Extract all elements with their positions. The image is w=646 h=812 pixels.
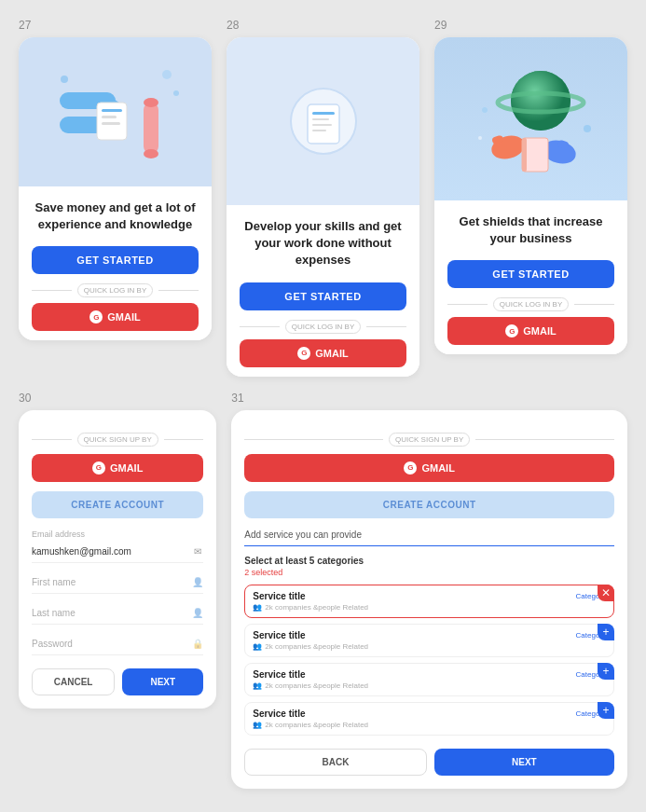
email-value[interactable]: kamushken@gmail.com — [32, 546, 131, 557]
card-28-gmail-btn[interactable]: G GMAIL — [240, 339, 406, 367]
card-31-gmail-btn[interactable]: G GMAIL — [244, 454, 614, 482]
card-29-container: 29 — [434, 19, 627, 377]
card-30-gmail-btn[interactable]: G GMAIL — [32, 454, 203, 482]
svg-rect-27 — [522, 138, 527, 172]
lastname-input-row: Last name 👤 — [32, 603, 203, 625]
svg-point-5 — [144, 149, 158, 158]
card-27-title: Save money and get a lot of experience a… — [32, 200, 199, 233]
svg-rect-6 — [97, 103, 127, 140]
service-meta-3: 👥 2k companies &people Related — [253, 721, 606, 729]
card-30-quick-signup: QUICK SIGN UP BY — [77, 433, 158, 447]
lock-icon: 🔒 — [192, 639, 203, 650]
svg-rect-17 — [312, 124, 332, 126]
email-group: Email address kamushken@gmail.com ✉ — [32, 530, 203, 563]
card-29-illustration — [457, 54, 606, 185]
service-btn-row: BACK NEXT — [244, 749, 614, 776]
select-label: Select at least 5 categories — [244, 556, 614, 566]
email-input-row: kamushken@gmail.com ✉ — [32, 542, 203, 563]
card-27-quick-log: QUICK LOG IN BY — [77, 283, 154, 297]
svg-rect-16 — [312, 118, 329, 120]
card-27-gmail-btn[interactable]: G GMAIL — [32, 303, 199, 331]
service-title-1: Service title — [253, 630, 305, 640]
card-27-get-started-btn[interactable]: GET STARTED — [32, 246, 199, 274]
svg-point-4 — [144, 98, 158, 107]
card-31: QUICK SIGN UP BY G GMAIL CREATE ACCOUNT … — [231, 410, 627, 789]
card-30-num: 30 — [19, 392, 216, 405]
form-btn-row: CANCEL NEXT — [32, 668, 203, 695]
card-31-container: 31 QUICK SIGN UP BY G GMAIL CREATE ACCOU… — [231, 392, 627, 789]
card-27: Save money and get a lot of experience a… — [19, 37, 212, 340]
card-28-num: 28 — [227, 19, 419, 32]
password-label[interactable]: Password — [32, 639, 192, 649]
card-29-gmail-btn[interactable]: G GMAIL — [447, 317, 614, 345]
card-29-get-started-btn[interactable]: GET STARTED — [447, 260, 614, 288]
service-add-btn-2[interactable]: + — [598, 663, 614, 680]
back-btn[interactable]: BACK — [244, 749, 426, 776]
card-27-container: 27 — [19, 19, 212, 377]
cancel-btn[interactable]: CANCEL — [32, 668, 115, 695]
card-28: Develop your skills and get your work do… — [227, 37, 419, 377]
card-31-create-account-btn[interactable]: CREATE ACCOUNT — [244, 491, 614, 518]
person-icon-firstname: 👤 — [192, 577, 203, 588]
svg-rect-7 — [102, 109, 122, 112]
add-service-label: Add service you can provide — [244, 530, 614, 546]
card-28-quick-log: QUICK LOG IN BY — [285, 320, 362, 334]
service-add-btn-1[interactable]: + — [598, 624, 614, 640]
service-add-btn-3[interactable]: + — [598, 702, 614, 719]
svg-point-28 — [482, 107, 488, 113]
card-31-quick-signup: QUICK SIGN UP BY — [389, 433, 470, 447]
card-29: Get shields that increase your business … — [434, 37, 627, 354]
svg-point-20 — [511, 71, 570, 131]
card-28-illustration — [249, 56, 398, 186]
firstname-label[interactable]: First name — [32, 577, 192, 587]
svg-point-12 — [162, 70, 172, 79]
gmail-icon-27: G — [89, 310, 103, 323]
svg-rect-18 — [312, 130, 326, 131]
service-meta-2: 👥 2k companies &people Related — [253, 681, 606, 690]
svg-point-11 — [173, 90, 179, 96]
service-item-2: Service title Category 👥 2k companies &p… — [244, 663, 614, 696]
service-meta-0: 👥 2k companies &people Related — [253, 603, 606, 612]
email-icon: ✉ — [192, 546, 203, 557]
service-title-2: Service title — [253, 669, 305, 680]
card-29-num: 29 — [434, 19, 627, 32]
card-28-title: Develop your skills and get your work do… — [240, 218, 406, 269]
person-icon-lastname: 👤 — [192, 608, 203, 619]
card-30-container: 30 QUICK SIGN UP BY G GMAIL CREATE ACCOU… — [19, 392, 216, 789]
card-27-num: 27 — [19, 19, 212, 32]
svg-point-29 — [584, 125, 591, 132]
service-item-1: Service title Category 👥 2k companies &p… — [244, 624, 614, 657]
service-title-0: Service title — [253, 591, 305, 601]
svg-rect-3 — [144, 103, 158, 154]
gmail-icon-31: G — [404, 461, 417, 475]
svg-point-30 — [478, 136, 482, 140]
service-remove-btn-0[interactable]: ✕ — [598, 585, 614, 601]
next-btn-30[interactable]: NEXT — [122, 668, 203, 695]
svg-rect-8 — [102, 116, 117, 118]
service-meta-1: 👥 2k companies &people Related — [253, 642, 606, 651]
service-item-3: Service title Category 👥 2k companies &p… — [244, 702, 614, 736]
svg-rect-9 — [102, 122, 120, 125]
gmail-icon-29: G — [505, 324, 518, 337]
firstname-input-row: First name 👤 — [32, 572, 203, 594]
card-29-quick-log: QUICK LOG IN BY — [493, 297, 570, 311]
password-input-row: Password 🔒 — [32, 634, 203, 655]
svg-point-10 — [61, 76, 68, 83]
card-31-num: 31 — [231, 392, 627, 405]
card-29-title: Get shields that increase your business — [447, 213, 614, 247]
service-title-3: Service title — [253, 709, 305, 719]
gmail-icon-28: G — [297, 347, 310, 360]
service-item-0: Service title Category 👥 2k companies &p… — [244, 585, 614, 618]
next-btn-31[interactable]: NEXT — [434, 749, 614, 776]
card-30-create-account-btn[interactable]: CREATE ACCOUNT — [32, 491, 203, 518]
svg-point-22 — [488, 131, 527, 161]
gmail-icon-30: G — [92, 461, 105, 475]
card-27-illustration — [41, 51, 190, 172]
card-28-get-started-btn[interactable]: GET STARTED — [240, 282, 406, 310]
selected-count: 2 selected — [244, 568, 614, 577]
svg-rect-15 — [312, 112, 335, 115]
lastname-label[interactable]: Last name — [32, 608, 192, 618]
card-28-container: 28 Develop your skills and get your work… — [227, 19, 419, 377]
email-label: Email address — [32, 530, 203, 539]
card-30: QUICK SIGN UP BY G GMAIL CREATE ACCOUNT … — [19, 410, 216, 709]
